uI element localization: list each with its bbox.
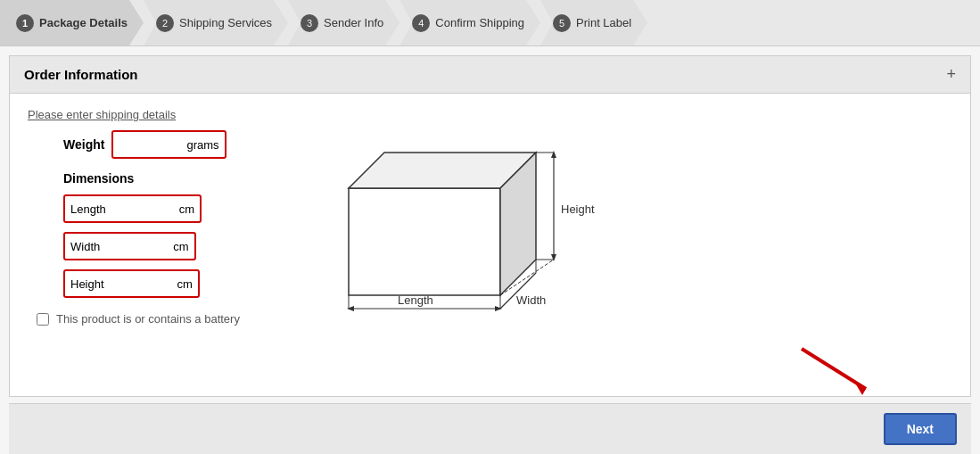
step-print-label[interactable]: 5 Print Label xyxy=(540,0,647,45)
battery-label: This product is or contains a battery xyxy=(56,312,240,326)
step-num-2: 2 xyxy=(156,14,174,32)
length-input[interactable] xyxy=(111,198,174,219)
svg-text:Length: Length xyxy=(398,293,433,307)
height-box: Height cm xyxy=(63,269,200,298)
step-shipping-services[interactable]: 2 Shipping Services xyxy=(144,0,288,45)
height-row: Height cm xyxy=(63,269,304,298)
diagram-area: Height Length Width xyxy=(304,108,952,326)
wizard-steps: 1 Package Details 2 Shipping Services 3 … xyxy=(0,0,980,46)
box-diagram: Height Length Width xyxy=(322,117,607,313)
step-confirm-shipping[interactable]: 4 Confirm Shipping xyxy=(399,0,540,45)
length-unit: cm xyxy=(179,202,194,216)
battery-checkbox[interactable] xyxy=(37,313,49,326)
step-num-1: 1 xyxy=(16,14,34,32)
content-layout: Please enter shipping details Weight gra… xyxy=(28,108,952,326)
step-num-3: 3 xyxy=(301,14,318,32)
length-box: Length cm xyxy=(63,194,202,223)
weight-row: Weight grams xyxy=(63,130,304,159)
width-unit: cm xyxy=(173,240,188,253)
step-label-2: Shipping Services xyxy=(179,16,272,29)
weight-box: grams xyxy=(111,130,226,159)
step-label-4: Confirm Shipping xyxy=(435,16,524,29)
dimensions-title: Dimensions xyxy=(63,171,304,186)
weight-input[interactable] xyxy=(119,134,181,155)
weight-unit: grams xyxy=(186,138,218,152)
step-package-details[interactable]: 1 Package Details xyxy=(0,0,144,45)
expand-button[interactable]: + xyxy=(946,65,956,84)
length-row: Length cm xyxy=(63,194,304,223)
svg-text:Width: Width xyxy=(516,293,546,307)
step-label-3: Sender Info xyxy=(324,16,383,29)
length-label: Length xyxy=(70,202,106,216)
svg-marker-0 xyxy=(349,188,500,295)
order-info-title: Order Information xyxy=(24,67,138,82)
svg-marker-11 xyxy=(347,306,354,311)
weight-label: Weight xyxy=(63,137,104,152)
left-form: Please enter shipping details Weight gra… xyxy=(28,108,304,326)
height-input[interactable] xyxy=(110,273,172,294)
svg-marker-4 xyxy=(551,151,556,158)
step-label-1: Package Details xyxy=(39,16,128,29)
battery-row: This product is or contains a battery xyxy=(37,312,304,326)
order-info-header: Order Information + xyxy=(9,55,971,94)
page-wrapper: 1 Package Details 2 Shipping Services 3 … xyxy=(0,0,980,454)
step-sender-info[interactable]: 3 Sender Info xyxy=(288,0,399,45)
step-label-5: Print Label xyxy=(576,16,631,29)
svg-text:Height: Height xyxy=(561,202,595,216)
step-num-4: 4 xyxy=(412,14,430,32)
width-label: Width xyxy=(70,240,100,253)
intro-text: Please enter shipping details xyxy=(28,108,304,121)
width-box: Width cm xyxy=(63,232,196,260)
next-button[interactable]: Next xyxy=(884,413,957,445)
dimensions-section: Dimensions Length cm Width xyxy=(63,171,304,298)
main-content: Please enter shipping details Weight gra… xyxy=(9,94,971,397)
width-row: Width cm xyxy=(63,232,304,260)
width-input[interactable] xyxy=(105,235,168,257)
footer-bar: Next xyxy=(9,403,971,454)
height-label: Height xyxy=(70,277,104,291)
step-num-5: 5 xyxy=(553,14,571,32)
height-unit: cm xyxy=(177,277,193,291)
